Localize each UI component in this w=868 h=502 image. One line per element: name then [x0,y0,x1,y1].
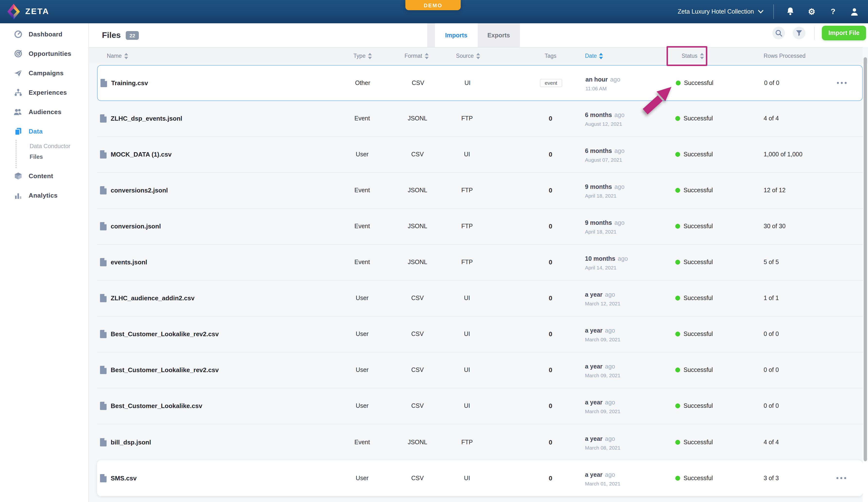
tag-count: 0 [549,223,552,230]
file-status: Successful [675,223,713,229]
file-source: UI [447,402,486,409]
column-header-tags: Tags [526,48,575,64]
status-dot-icon [675,331,680,336]
sidebar-item-opportunities[interactable]: Opportunities [0,44,89,63]
table-row[interactable]: ZLHC_dsp_events.jsonlEventJSONLFTP06 mon… [97,101,862,137]
tag-count: 0 [549,366,552,373]
file-tags: 0 [526,474,575,482]
column-header-status[interactable]: Status [682,48,704,64]
file-tags: 0 [526,402,575,410]
gear-icon[interactable]: ⚙ [807,0,817,23]
tab-exports[interactable]: Exports [477,23,520,47]
sidebar-item-dashboard[interactable]: Dashboard [0,24,89,44]
magnifier-icon [775,29,782,37]
file-name: SMS.csv [111,474,137,482]
file-icon [100,258,107,266]
sidebar-subitem-label: Files [30,153,43,160]
file-source: FTP [447,187,486,194]
rows-processed: 12 of 12 [764,187,785,194]
file-icon [100,474,107,482]
column-header-name[interactable]: Name [107,48,128,64]
sidebar-item-experiences[interactable]: Experiences [0,83,89,102]
file-type: User [343,402,382,409]
file-date: a yearagoMarch 09, 2021 [585,397,620,414]
file-type: User [343,331,382,337]
search-button[interactable] [772,27,785,39]
scrollbar-thumb[interactable] [864,57,867,461]
table-row[interactable]: Best_Customer_Lookalike.csvUserCSVUI0a y… [97,388,862,424]
file-type: User [343,474,382,481]
file-source: FTP [447,115,486,122]
file-date: a yearagoMarch 09, 2021 [585,325,620,343]
row-menu-button[interactable] [830,82,853,84]
file-name: ZLHC_dsp_events.jsonl [111,115,182,122]
file-status: Successful [675,439,713,445]
status-dot-icon [676,80,681,85]
file-source: FTP [447,223,486,229]
sort-icon [425,53,428,59]
row-menu-button[interactable] [830,477,852,479]
sort-icon [599,53,603,59]
sort-icon [476,53,480,59]
file-format: JSONL [398,439,437,445]
paper-plane-icon [13,69,22,77]
file-name: Best_Customer_Lookalike_rev2.csv [111,366,219,373]
status-dot-icon [675,152,680,157]
table-row[interactable]: Training.csvOtherCSVUIeventan hourago11:… [97,65,862,101]
sidebar-item-data[interactable]: Data [0,121,89,141]
column-header-date[interactable]: Date [585,48,603,64]
column-label: Name [107,53,122,59]
tab-imports[interactable]: Imports [435,23,477,47]
sidebar-item-campaigns[interactable]: Campaigns [0,63,89,83]
column-label: Tags [545,53,557,59]
user-icon[interactable] [849,0,859,23]
table-row[interactable]: Best_Customer_Lookalike_rev2.csvUserCSVU… [97,352,862,388]
file-icon [100,438,107,446]
rows-processed: 1 of 1 [764,295,779,301]
column-header-type[interactable]: Type [343,48,382,64]
table-row[interactable]: Best_Customer_Lookalike_rev2.csvUserCSVU… [97,316,862,352]
sidebar-subitems-data: Data ConductorFiles [0,141,89,166]
file-tags: 0 [526,258,575,266]
table-header: NameTypeFormatSourceTagsDateStatusRows P… [89,47,862,64]
file-tags: 0 [526,295,575,302]
status-dot-icon [675,116,680,121]
column-header-source[interactable]: Source [448,48,487,64]
sidebar-item-data-conductor[interactable]: Data Conductor [0,141,89,152]
file-icon [100,330,107,338]
account-switcher[interactable]: Zeta Luxury Hotel Collection [678,8,764,15]
filter-button[interactable] [793,27,805,39]
sidebar-item-audiences[interactable]: Audiences [0,102,89,121]
file-type: User [343,295,382,301]
file-type: Event [343,115,382,122]
table-row[interactable]: conversion.jsonlEventJSONLFTP09 monthsag… [97,208,862,244]
rows-processed: 4 of 4 [764,115,779,122]
file-icon [100,114,107,123]
file-status: Successful [675,259,713,266]
sort-icon [124,53,128,59]
column-header-format[interactable]: Format [397,48,436,64]
table-row[interactable]: events.jsonlEventJSONLFTP010 monthsagoAp… [97,244,862,280]
topbar: ZETA DEMO Zeta Luxury Hotel Collection ⚙… [0,0,868,23]
file-date: a yearagoMarch 12, 2021 [585,289,620,307]
file-status: Successful [675,367,713,373]
sidebar-item-files[interactable]: Files [0,152,89,162]
sidebar-item-analytics[interactable]: Analytics [0,185,89,205]
column-header-rows: Rows Processed [764,48,806,64]
table-row[interactable]: bill_dsp.jsonlEventJSONLFTP0a yearagoMar… [97,424,862,460]
file-status: Successful [675,151,713,158]
help-icon[interactable]: ? [828,0,838,23]
table-row[interactable]: SMS.csvUserCSVUI0a yearagoMarch 01, 2021… [97,460,862,496]
tag-count: 0 [549,438,552,446]
sidebar-item-content[interactable]: Content [0,166,89,185]
file-status: Successful [676,79,713,86]
table-row[interactable]: ZLHC_audience_addin2.csvUserCSVUI0a year… [97,280,862,316]
file-tags: 0 [526,187,575,194]
file-format: CSV [398,402,437,409]
bell-icon[interactable] [785,0,795,23]
table-row[interactable]: conversions2.jsonlEventJSONLFTP09 months… [97,173,862,208]
file-tags: 0 [526,438,575,446]
table-row[interactable]: MOCK_DATA (1).csvUserCSVUI06 monthsagoAu… [97,137,862,173]
import-file-button[interactable]: Import File [822,26,866,40]
tag-count: 0 [549,330,552,338]
